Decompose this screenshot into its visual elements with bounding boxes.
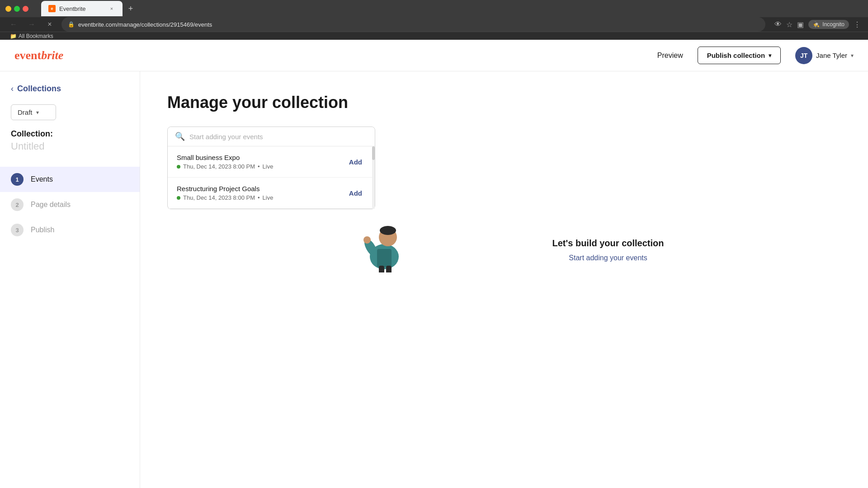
tab-favicon: e: [48, 5, 56, 12]
add-event-1-button[interactable]: Add: [345, 156, 366, 168]
lock-icon: 🔒: [68, 21, 75, 28]
bookmark-folder-icon: 📁: [10, 33, 17, 39]
page-title: Manage your collection: [167, 93, 841, 112]
publish-collection-button[interactable]: Publish collection ▾: [698, 47, 781, 64]
incognito-icon: 🕵: [813, 21, 820, 28]
nav-label-events: Events: [31, 175, 53, 183]
event-separator-2: •: [258, 194, 260, 201]
event-date-1: Thu, Dec 14, 2023 8:00 PM: [183, 163, 255, 170]
close-button[interactable]: [23, 6, 28, 12]
event-status-1: Live: [263, 163, 274, 170]
sidebar-item-page-details[interactable]: 2 Page details: [0, 192, 140, 217]
forward-button[interactable]: →: [25, 18, 38, 31]
event-title-1: Small business Expo: [177, 154, 345, 161]
svg-rect-5: [377, 249, 392, 267]
event-status-2: Live: [263, 194, 274, 201]
events-container: 🔍 Small business Expo Thu, Dec 14, 2023 …: [167, 127, 375, 209]
publish-label: Publish collection: [707, 52, 765, 59]
event-meta-1: Thu, Dec 14, 2023 8:00 PM • Live: [177, 163, 345, 170]
event-title-2: Restructuring Project Goals: [177, 185, 345, 192]
active-tab[interactable]: e Eventbrite ×: [41, 1, 123, 16]
search-bar: 🔍: [168, 127, 375, 146]
live-dot-1: [177, 165, 180, 169]
logo-text: eventbrite: [14, 49, 63, 62]
eventbrite-logo[interactable]: eventbrite: [14, 49, 63, 62]
sidebar: ‹ Collections Draft ▾ Collection: Untitl…: [0, 71, 140, 488]
new-tab-button[interactable]: +: [124, 2, 137, 15]
sidebar-back-button[interactable]: ‹ Collections: [0, 80, 140, 101]
user-initials: JT: [800, 52, 807, 59]
bookmarks-bar: 📁 All Bookmarks: [0, 32, 868, 40]
event-info-1: Small business Expo Thu, Dec 14, 2023 8:…: [177, 154, 345, 170]
event-separator-1: •: [258, 163, 260, 170]
tab-bar: e Eventbrite × +: [36, 0, 142, 17]
collections-link: Collections: [17, 84, 61, 94]
header-right: Preview Publish collection ▾ JT Jane Tyl…: [657, 47, 854, 64]
svg-point-2: [380, 226, 396, 235]
empty-state-title: Let's build your collection: [375, 238, 841, 249]
svg-rect-6: [379, 266, 384, 272]
scrollbar[interactable]: [372, 146, 375, 209]
nav-label-page-details: Page details: [31, 201, 71, 209]
tab-close-btn[interactable]: ×: [108, 5, 115, 12]
nav-step-3: 3: [11, 224, 24, 236]
event-info-2: Restructuring Project Goals Thu, Dec 14,…: [177, 185, 345, 201]
empty-state: Let's build your collection Start adding…: [375, 238, 841, 262]
address-bar-container: ← → × 🔒 eventbrite.com/manage/collection…: [0, 17, 868, 32]
event-date-2: Thu, Dec 14, 2023 8:00 PM: [183, 194, 255, 201]
sidebar-nav: 1 Events 2 Page details 3 Publish: [0, 167, 140, 243]
preview-link[interactable]: Preview: [657, 52, 683, 60]
address-bar[interactable]: 🔒 eventbrite.com/manage/collections/2915…: [61, 17, 765, 32]
back-button[interactable]: ←: [7, 18, 20, 31]
svg-point-4: [363, 236, 371, 244]
scrollbar-thumb: [372, 146, 375, 160]
nav-step-1: 1: [11, 173, 24, 186]
sidebar-icon[interactable]: ▣: [797, 20, 804, 29]
back-arrow-icon: ‹: [11, 84, 14, 94]
user-chevron-icon: ▾: [851, 52, 854, 59]
search-icon: 🔍: [175, 131, 185, 141]
browser-chrome: e Eventbrite × + ← → × 🔒 eventbrite.com/…: [0, 0, 868, 40]
star-icon[interactable]: ☆: [786, 20, 793, 29]
incognito-badge: 🕵 Incognito: [808, 20, 849, 29]
app-header: eventbrite Preview Publish collection ▾ …: [0, 40, 868, 71]
svg-rect-7: [386, 266, 392, 272]
menu-icon[interactable]: ⋮: [854, 20, 861, 29]
reload-button[interactable]: ×: [43, 18, 56, 31]
browser-titlebar: e Eventbrite × +: [0, 0, 868, 17]
collection-prefix: Collection:: [0, 129, 140, 141]
nav-step-2: 2: [11, 198, 24, 211]
content-area: Manage your collection 🔍 Small business …: [140, 71, 868, 488]
person-illustration: [357, 214, 411, 272]
user-name: Jane Tyler: [816, 52, 847, 59]
draft-chevron-icon: ▾: [36, 109, 39, 116]
live-dot-2: [177, 196, 180, 200]
event-meta-2: Thu, Dec 14, 2023 8:00 PM • Live: [177, 194, 345, 201]
window-controls: [5, 6, 28, 12]
add-event-2-button[interactable]: Add: [345, 188, 366, 199]
draft-label: Draft: [18, 108, 33, 116]
bookmarks-item[interactable]: 📁 All Bookmarks: [7, 32, 56, 40]
maximize-button[interactable]: [14, 6, 20, 12]
main-area: ‹ Collections Draft ▾ Collection: Untitl…: [0, 71, 868, 488]
event-item-1: Small business Expo Thu, Dec 14, 2023 8:…: [168, 146, 375, 178]
chevron-down-icon: ▾: [769, 52, 771, 59]
search-input[interactable]: [189, 133, 368, 141]
start-adding-link[interactable]: Start adding your events: [569, 254, 647, 262]
tab-title: Eventbrite: [59, 5, 86, 12]
draft-dropdown[interactable]: Draft ▾: [11, 104, 56, 120]
sidebar-item-publish[interactable]: 3 Publish: [0, 217, 140, 243]
sidebar-item-events[interactable]: 1 Events: [0, 167, 140, 192]
collection-name: Untitled: [0, 141, 140, 163]
browser-actions: 👁 ☆ ▣ 🕵 Incognito ⋮: [774, 20, 861, 29]
address-text: eventbrite.com/manage/collections/291546…: [78, 21, 759, 28]
user-avatar-button[interactable]: JT Jane Tyler ▾: [795, 47, 854, 64]
eye-off-icon[interactable]: 👁: [774, 20, 782, 28]
nav-label-publish: Publish: [31, 226, 54, 234]
bookmarks-label: All Bookmarks: [19, 33, 53, 39]
minimize-button[interactable]: [5, 6, 11, 12]
incognito-label: Incognito: [822, 21, 844, 28]
events-list: Small business Expo Thu, Dec 14, 2023 8:…: [168, 146, 375, 209]
app-container: eventbrite Preview Publish collection ▾ …: [0, 40, 868, 488]
user-avatar: JT: [795, 47, 812, 64]
